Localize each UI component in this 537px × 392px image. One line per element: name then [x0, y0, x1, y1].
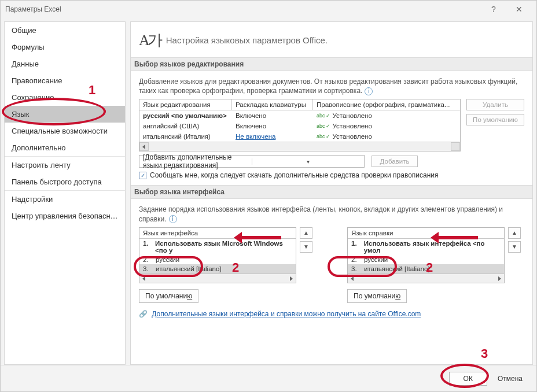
- help-language-list[interactable]: Язык справки 1.Использовать язык интерфе…: [347, 227, 505, 283]
- sidebar-item[interactable]: Специальные возможности: [5, 123, 125, 139]
- proofing-ok-icon: abc: [317, 124, 330, 129]
- move-up-button[interactable]: ▲: [508, 227, 521, 239]
- notify-label: Сообщать мне, когда следует скачать допо…: [150, 171, 439, 179]
- chevron-down-icon[interactable]: ▾: [252, 158, 365, 165]
- list-head-display: Язык интерфейса: [139, 228, 296, 239]
- section-edit-desc: Добавление языков для редактирования док…: [139, 77, 524, 95]
- sidebar: ОбщиеФормулыДанныеПравописаниеСохранение…: [4, 21, 126, 365]
- list-item[interactable]: 2.русский: [348, 255, 504, 264]
- proofing-ok-icon: abc: [317, 134, 330, 139]
- language-icon: A가: [139, 30, 160, 50]
- info-icon[interactable]: i: [169, 215, 177, 223]
- section-iface-desc: Задание порядка использования языков инт…: [139, 205, 524, 223]
- display-language-list[interactable]: Язык интерфейса 1.Использовать язык Micr…: [139, 227, 296, 283]
- window-title: Параметры Excel: [5, 5, 61, 13]
- sidebar-item[interactable]: Надстройки: [5, 191, 125, 208]
- sidebar-item[interactable]: Панель быстрого доступа: [5, 173, 125, 190]
- col-lang: Язык редактирования: [139, 99, 232, 110]
- list-hscroll[interactable]: [139, 273, 296, 283]
- move-up-button[interactable]: ▲: [300, 227, 312, 239]
- editing-languages-table[interactable]: Язык редактирования Раскладка клавиатуры…: [139, 99, 461, 151]
- notify-checkbox[interactable]: ✓: [139, 172, 146, 179]
- add-button[interactable]: Добавить: [372, 156, 418, 167]
- sidebar-item[interactable]: Формулы: [5, 39, 125, 56]
- sidebar-item[interactable]: Данные: [5, 56, 125, 72]
- list-item[interactable]: 1.Использовать язык Microsoft Windows <п…: [139, 239, 296, 255]
- sidebar-item[interactable]: Язык: [5, 106, 125, 123]
- sidebar-item[interactable]: Центр управления безопасностью: [5, 208, 125, 224]
- info-icon[interactable]: i: [365, 87, 373, 95]
- section-iface-title: Выбор языка интерфейса: [131, 185, 532, 199]
- col-proofing: Правописание (орфография, грамматика...: [313, 99, 460, 110]
- move-down-button[interactable]: ▼: [508, 241, 521, 253]
- sidebar-item[interactable]: Правописание: [5, 72, 125, 89]
- proofing-ok-icon: abc: [317, 113, 330, 119]
- link-icon: 🔗: [139, 310, 148, 318]
- list-item[interactable]: 2.русский: [139, 255, 296, 264]
- move-down-button[interactable]: ▼: [300, 241, 312, 253]
- set-default-button[interactable]: По умолчанию: [466, 114, 524, 125]
- table-hscroll[interactable]: [139, 142, 460, 151]
- sidebar-item[interactable]: Общие: [5, 22, 125, 39]
- help-default-button[interactable]: По умолчанию: [347, 289, 407, 303]
- list-item[interactable]: 1.Использовать язык интерфейса <по умол: [348, 239, 504, 255]
- sidebar-item[interactable]: Дополнительно: [5, 139, 125, 156]
- section-edit-title: Выбор языков редактирования: [131, 57, 532, 71]
- page-title: Настройка языковых параметров Office.: [166, 35, 328, 45]
- table-row[interactable]: итальянский (Италия)Не включенаabcУстано…: [139, 131, 460, 142]
- more-languages-link[interactable]: Дополнительные языки интерфейса и справк…: [152, 310, 421, 318]
- display-default-button[interactable]: По умолчанию: [139, 289, 198, 303]
- help-icon[interactable]: ?: [481, 5, 506, 14]
- ok-button[interactable]: ОК: [449, 372, 487, 386]
- remove-button[interactable]: Удалить: [466, 99, 524, 110]
- cancel-button[interactable]: Отмена: [493, 372, 527, 385]
- sidebar-item[interactable]: Сохранение: [5, 89, 125, 106]
- table-row[interactable]: английский (США)ВключеноabcУстановлено: [139, 121, 460, 131]
- options-window: Параметры Excel ? ✕ ОбщиеФормулыДанныеПр…: [0, 0, 537, 392]
- list-item[interactable]: 3.итальянский [Italiano]: [348, 264, 504, 273]
- add-language-combo[interactable]: [Добавить дополнительные языки редактиро…: [139, 155, 365, 168]
- dialog-footer: ОК Отмена: [1, 365, 536, 391]
- close-icon[interactable]: ✕: [506, 5, 532, 14]
- sidebar-item[interactable]: Настроить ленту: [5, 157, 125, 173]
- list-item[interactable]: 3.итальянский [Italiano]: [139, 264, 296, 273]
- table-row[interactable]: русский <по умолчанию>ВключеноabcУстанов…: [139, 110, 460, 121]
- list-hscroll[interactable]: [348, 273, 504, 283]
- col-keyboard: Раскладка клавиатуры: [232, 99, 313, 110]
- titlebar: Параметры Excel ? ✕: [1, 1, 536, 18]
- content-pane: A가 Настройка языковых параметров Office.…: [130, 21, 533, 365]
- list-head-help: Язык справки: [348, 228, 504, 239]
